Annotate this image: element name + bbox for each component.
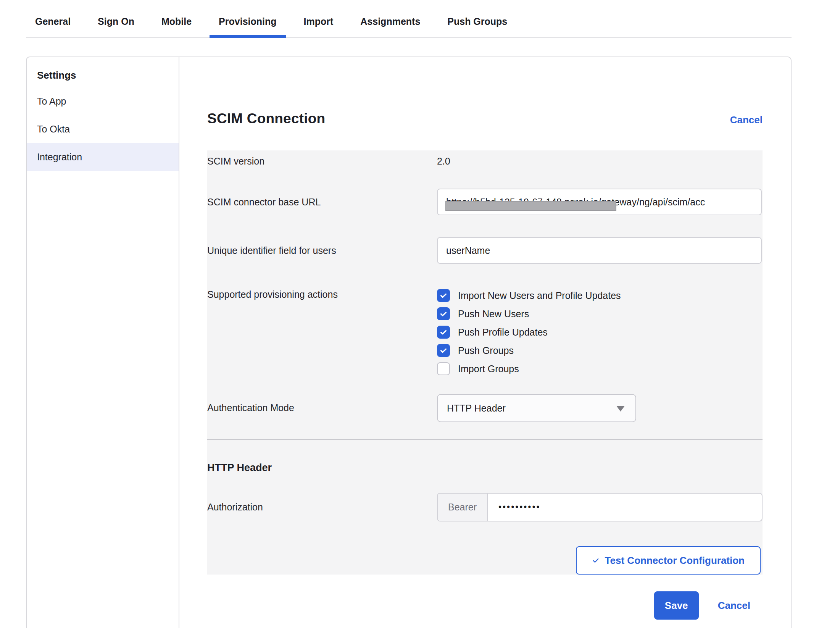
action-push-new-users[interactable]: Push New Users <box>437 305 763 323</box>
checkbox-icon[interactable] <box>437 289 450 302</box>
page-title: SCIM Connection <box>207 111 325 127</box>
tab-label: General <box>35 16 71 27</box>
test-connector-button[interactable]: Test Connector Configuration <box>576 546 761 575</box>
provisioning-actions-row: Supported provisioning actions Import Ne… <box>207 286 763 378</box>
tab-label: Provisioning <box>219 16 276 27</box>
test-connector-label: Test Connector Configuration <box>605 555 745 567</box>
action-label: Import New Users and Profile Updates <box>458 290 621 301</box>
tab-label: Sign On <box>98 16 134 27</box>
action-push-groups[interactable]: Push Groups <box>437 341 763 360</box>
tab-sign-on[interactable]: Sign On <box>89 0 143 37</box>
provisioning-actions-label: Supported provisioning actions <box>207 286 437 378</box>
save-button[interactable]: Save <box>654 591 699 620</box>
page-header: SCIM Connection Cancel <box>207 111 763 127</box>
auth-mode-label: Authentication Mode <box>207 394 437 422</box>
action-push-profile-updates[interactable]: Push Profile Updates <box>437 323 763 341</box>
section-divider <box>207 439 763 440</box>
auth-mode-row: Authentication Mode HTTP Header <box>207 394 763 422</box>
scim-settings-panel: SCIM version 2.0 SCIM connector base URL… <box>207 150 763 575</box>
redaction-bar <box>445 201 616 211</box>
sidebar-item-label: To Okta <box>37 124 70 135</box>
http-header-section-title: HTTP Header <box>207 462 763 474</box>
base-url-input[interactable]: https://b5bd-135-19-67-148.ngrok.io/gate… <box>437 189 762 215</box>
form-action-bar: Save Cancel <box>207 591 763 620</box>
tab-label: Push Groups <box>447 16 507 27</box>
tab-provisioning[interactable]: Provisioning <box>210 0 285 37</box>
sidebar-item-to-okta[interactable]: To Okta <box>27 115 179 143</box>
tab-import[interactable]: Import <box>295 0 343 37</box>
auth-mode-selected-value: HTTP Header <box>447 403 506 414</box>
tab-label: Mobile <box>161 16 192 27</box>
unique-id-value: userName <box>446 245 490 256</box>
tab-label: Assignments <box>360 16 420 27</box>
checkbox-icon[interactable] <box>437 326 450 339</box>
authorization-label: Authorization <box>207 502 437 513</box>
tab-general[interactable]: General <box>26 0 80 37</box>
tab-label: Import <box>304 16 334 27</box>
scim-version-label: SCIM version <box>207 155 437 167</box>
action-import-groups[interactable]: Import Groups <box>437 360 763 378</box>
chevron-down-icon <box>616 406 625 412</box>
provisioning-card: Settings To App To Okta Integration SCIM… <box>26 57 792 628</box>
sidebar-item-integration[interactable]: Integration <box>27 143 179 171</box>
unique-id-input[interactable]: userName <box>437 237 762 264</box>
authorization-token-input[interactable]: •••••••••• <box>488 494 762 521</box>
app-tab-bar: General Sign On Mobile Provisioning Impo… <box>26 0 792 38</box>
unique-id-label: Unique identifier field for users <box>207 245 437 256</box>
action-import-new-users[interactable]: Import New Users and Profile Updates <box>437 286 763 305</box>
check-icon <box>592 557 600 564</box>
tab-assignments[interactable]: Assignments <box>351 0 429 37</box>
sidebar-item-label: To App <box>37 96 66 107</box>
checkbox-icon[interactable] <box>437 362 450 375</box>
sidebar-item-label: Integration <box>37 152 82 163</box>
base-url-label: SCIM connector base URL <box>207 197 437 208</box>
authorization-input-group: Bearer •••••••••• <box>437 493 763 521</box>
authorization-row: Authorization Bearer •••••••••• <box>207 493 763 521</box>
action-label: Import Groups <box>458 363 519 375</box>
main-content: SCIM Connection Cancel SCIM version 2.0 … <box>179 57 791 628</box>
auth-mode-select[interactable]: HTTP Header <box>437 394 636 422</box>
tab-push-groups[interactable]: Push Groups <box>438 0 516 37</box>
scim-version-value: 2.0 <box>437 155 763 167</box>
checkbox-icon[interactable] <box>437 344 450 357</box>
action-label: Push Profile Updates <box>458 327 548 338</box>
action-label: Push Groups <box>458 345 514 356</box>
scim-version-row: SCIM version 2.0 <box>207 155 763 167</box>
header-cancel-link[interactable]: Cancel <box>730 114 763 126</box>
sidebar-header: Settings <box>27 64 179 87</box>
test-connector-row: Test Connector Configuration <box>207 546 763 575</box>
settings-sidebar: Settings To App To Okta Integration <box>27 57 179 628</box>
bearer-prefix: Bearer <box>438 494 488 521</box>
sidebar-item-to-app[interactable]: To App <box>27 87 179 115</box>
provisioning-actions-list: Import New Users and Profile Updates Pus… <box>437 286 763 378</box>
base-url-row: SCIM connector base URL https://b5bd-135… <box>207 189 763 215</box>
cancel-button[interactable]: Cancel <box>718 600 750 612</box>
tab-mobile[interactable]: Mobile <box>152 0 201 37</box>
unique-id-row: Unique identifier field for users userNa… <box>207 237 763 264</box>
action-label: Push New Users <box>458 308 529 320</box>
checkbox-icon[interactable] <box>437 307 450 320</box>
